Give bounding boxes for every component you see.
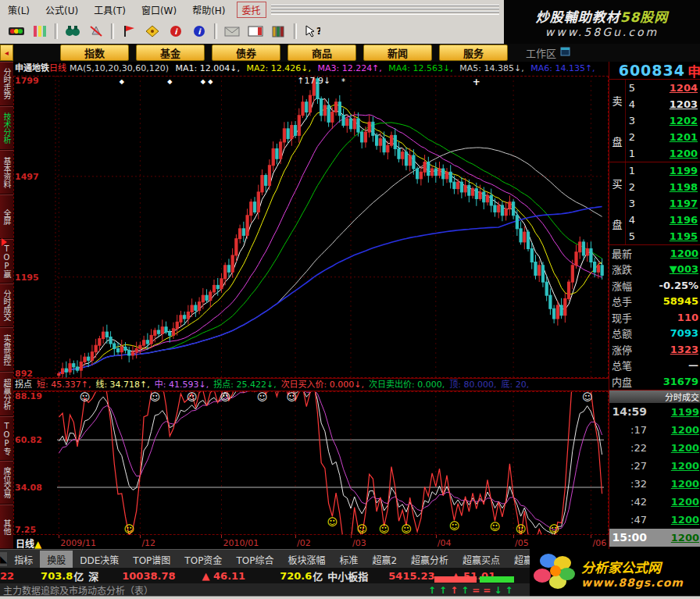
- diamond-icon[interactable]: [142, 23, 162, 40]
- bottom-tab-TOP综合[interactable]: TOP综合: [229, 551, 280, 569]
- buy-level: 4: [626, 214, 638, 226]
- menu-item[interactable]: 帮助(H): [184, 4, 233, 18]
- x-axis-label: 2010/01: [223, 538, 259, 548]
- sell-level: 3: [626, 115, 638, 127]
- x-axis-label: /05: [515, 538, 529, 548]
- buy-level: 5: [626, 230, 638, 242]
- signal-arrow-icon: ↑: [439, 585, 447, 596]
- svg-text:◆: ◆: [120, 78, 125, 85]
- signal-arrow-icon: ↑: [505, 585, 512, 596]
- toolbar: ii?: [0, 19, 509, 45]
- market-tab-基金[interactable]: 基金: [136, 45, 205, 61]
- bottom-tab-超赢分析[interactable]: 超赢分析: [404, 551, 455, 569]
- monitor-icon[interactable]: [245, 23, 266, 40]
- bottom-tab-超赢买点[interactable]: 超赢买点: [455, 551, 507, 569]
- menu-item[interactable]: 工具(T): [86, 4, 134, 18]
- help-cursor-icon[interactable]: ?: [302, 23, 322, 40]
- timesales-time: 15:00: [611, 531, 647, 544]
- sell-price: 1204: [638, 82, 700, 94]
- sidebar-item-分时走势[interactable]: 分时走势: [0, 62, 13, 106]
- market-tab-债券[interactable]: 债券: [212, 45, 280, 61]
- x-tick: [295, 535, 296, 538]
- sell-row-3[interactable]: 31202: [626, 112, 700, 129]
- kline-chart[interactable]: 179914971195892◆◆◆◆↑17.9↓*+: [13, 76, 609, 378]
- workspace-label[interactable]: 工作区: [526, 45, 570, 60]
- indicator-field-中: 中: 41.593↓,: [155, 380, 209, 390]
- svg-text:88.19: 88.19: [15, 391, 42, 401]
- market-tab-partial[interactable]: ◂: [0, 45, 13, 61]
- flag-icon[interactable]: [119, 23, 139, 40]
- mail-icon[interactable]: [222, 23, 242, 40]
- workspace-text: 工作区: [526, 45, 556, 60]
- signal-arrow-icon: ↑: [461, 585, 469, 596]
- bottom-tab-板块涨幅[interactable]: 板块涨幅: [280, 551, 332, 569]
- svg-text:1195: 1195: [15, 273, 39, 283]
- ma-value-MA4: MA4: 12.563↓,: [386, 63, 453, 73]
- sidebar-item-全屏[interactable]: 全屏: [0, 194, 13, 239]
- x-axis: 日线▲ 2009/11/122010/01/02/03/04/05/06: [13, 535, 609, 551]
- period-selector[interactable]: 日线▲: [16, 537, 41, 550]
- sell-row-4[interactable]: 41203: [626, 96, 700, 112]
- info-red-icon[interactable]: i: [166, 23, 186, 40]
- menu-item[interactable]: 公式(U): [38, 4, 86, 18]
- buy-row-5[interactable]: 51195: [626, 228, 700, 244]
- bottom-tab-超赢2[interactable]: 超赢2: [365, 551, 404, 569]
- sidebar-item-技术分析[interactable]: 技术分析: [0, 106, 13, 151]
- indicator-chart[interactable]: 88.1960.8234.087.25☺☺☺☺☺☺☺☺☺☺☺☺☺☺☺☺: [13, 391, 609, 535]
- bottom-tab-换股[interactable]: 换股: [40, 551, 73, 569]
- sidebar-item-实盘监控[interactable]: 实盘监控: [0, 327, 13, 372]
- info-blue-icon[interactable]: i: [189, 23, 209, 40]
- timesales-row: :421200: [609, 493, 700, 511]
- sidebar-item-基本资料[interactable]: 基本资料: [0, 150, 13, 194]
- market-tab-新闻[interactable]: 新闻: [363, 45, 432, 61]
- color-bars-icon[interactable]: [30, 23, 50, 40]
- chart-period: 日线: [49, 63, 66, 73]
- svg-text:7.25: 7.25: [15, 525, 36, 535]
- buy-row-2[interactable]: 21198: [626, 179, 700, 195]
- period-up-icon[interactable]: ▲: [34, 539, 41, 550]
- buy-row-1[interactable]: 11199: [626, 162, 700, 179]
- sell-row-1[interactable]: 11200: [626, 145, 700, 162]
- toolbar-separator: [55, 23, 58, 39]
- x-axis-label: /12: [141, 538, 155, 548]
- bottom-tab-corner-icon: ◣: [0, 552, 7, 566]
- status-item: 深: [88, 569, 98, 583]
- quote-header: 600834 申: [609, 62, 700, 80]
- sidebar-item-TOP专[interactable]: TOP专: [0, 416, 13, 461]
- sell-row-5[interactable]: 51204: [626, 80, 700, 96]
- bottom-tab-标准[interactable]: 标准: [332, 551, 365, 569]
- sell-row-2[interactable]: 21201: [626, 129, 700, 145]
- broker-button[interactable]: 委托: [237, 2, 266, 18]
- timesales-time: :22: [611, 442, 647, 454]
- sidebar-item-超赢分析[interactable]: 超赢分析: [0, 372, 13, 416]
- market-tab-服务[interactable]: 服务: [439, 45, 508, 61]
- binoculars-icon[interactable]: [62, 23, 83, 40]
- x-tick: [351, 535, 352, 538]
- buy-row-4[interactable]: 41196: [626, 212, 700, 228]
- timesales-header: 分时成交: [609, 390, 700, 403]
- smiley-yellow-icon: ☺: [548, 523, 559, 535]
- market-tab-商品[interactable]: 商品: [288, 45, 356, 61]
- x-tick: [591, 535, 591, 538]
- x-tick: [140, 535, 141, 538]
- sidebar-item-席位交易[interactable]: 席位交易: [0, 461, 13, 505]
- buy-row-3[interactable]: 31197: [626, 195, 700, 212]
- sidebar-item-其他[interactable]: 其他: [0, 505, 13, 549]
- smiley-white-icon: ☺: [257, 391, 268, 403]
- sell-level: 5: [626, 82, 638, 94]
- timesales-row: :271200: [609, 457, 700, 475]
- menu-item[interactable]: 策(L): [0, 4, 38, 18]
- menu-item[interactable]: 窗口(W): [134, 4, 184, 18]
- bottom-tab-DDE决策[interactable]: DDE决策: [73, 551, 126, 569]
- market-tab-指数[interactable]: 指数: [60, 45, 129, 61]
- bottom-tab-TOP资金[interactable]: TOP资金: [177, 551, 229, 569]
- books-icon[interactable]: [269, 23, 289, 40]
- buy-price: 1198: [638, 181, 700, 193]
- sidebar-item-分时成交[interactable]: 分时成交: [0, 283, 13, 328]
- bell-off-icon[interactable]: [86, 23, 106, 40]
- x-axis-label: /04: [438, 538, 452, 548]
- workspace-window-icon[interactable]: [556, 47, 570, 59]
- traffic-light-icon[interactable]: [6, 23, 27, 40]
- bottom-tab-指标[interactable]: 指标: [7, 551, 40, 569]
- bottom-tab-TOP谱图[interactable]: TOP谱图: [126, 551, 177, 569]
